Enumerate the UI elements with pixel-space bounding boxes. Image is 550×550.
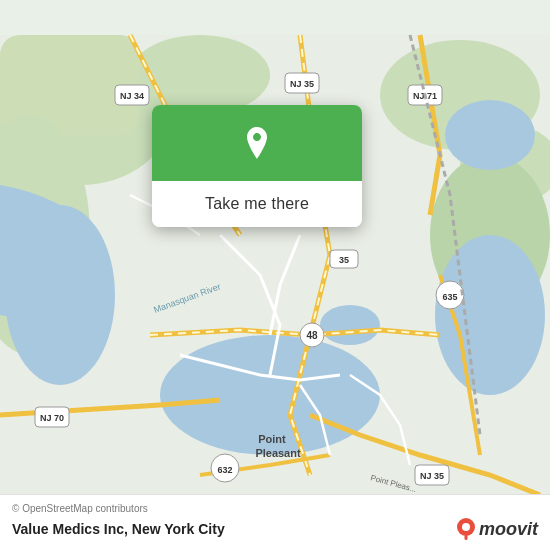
moovit-text: moovit bbox=[479, 519, 538, 540]
svg-text:Point: Point bbox=[258, 433, 286, 445]
svg-text:NJ 34: NJ 34 bbox=[120, 91, 144, 101]
svg-text:Pleasant: Pleasant bbox=[255, 447, 301, 459]
svg-text:635: 635 bbox=[442, 292, 457, 302]
moovit-logo: moovit bbox=[455, 518, 538, 540]
location-title-bar: Value Medics Inc, New York City moovit bbox=[12, 518, 538, 540]
map-background: NJ 34 NJ 35 NJ 71 35 48 635 NJ 70 632 NJ… bbox=[0, 0, 550, 550]
svg-text:48: 48 bbox=[306, 330, 318, 341]
map-container: NJ 34 NJ 35 NJ 71 35 48 635 NJ 70 632 NJ… bbox=[0, 0, 550, 550]
svg-text:35: 35 bbox=[339, 255, 349, 265]
map-attribution: © OpenStreetMap contributors bbox=[12, 503, 538, 514]
svg-rect-37 bbox=[464, 535, 467, 540]
moovit-pin-icon bbox=[455, 518, 477, 540]
svg-text:NJ 35: NJ 35 bbox=[290, 79, 314, 89]
take-me-there-button[interactable]: Take me there bbox=[152, 181, 362, 227]
bottom-bar: © OpenStreetMap contributors Value Medic… bbox=[0, 494, 550, 550]
popup-header bbox=[152, 105, 362, 181]
svg-point-11 bbox=[445, 100, 535, 170]
svg-text:632: 632 bbox=[217, 465, 232, 475]
location-name: Value Medics Inc, New York City bbox=[12, 521, 225, 537]
svg-point-12 bbox=[320, 305, 380, 345]
svg-text:NJ 70: NJ 70 bbox=[40, 413, 64, 423]
svg-point-36 bbox=[462, 523, 470, 531]
popup-card: Take me there bbox=[152, 105, 362, 227]
location-pin-icon bbox=[235, 123, 279, 167]
svg-text:NJ 35: NJ 35 bbox=[420, 471, 444, 481]
